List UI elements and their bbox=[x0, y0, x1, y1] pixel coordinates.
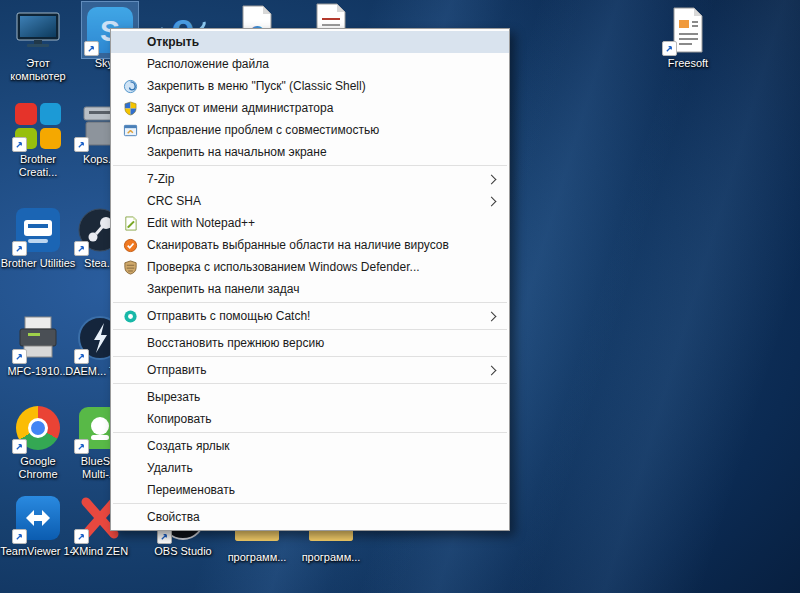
desktop-icon-this-pc[interactable]: Этот компьютер bbox=[0, 6, 76, 83]
shortcut-arrow-icon bbox=[12, 529, 27, 544]
desktop-icon-label: программ... bbox=[302, 551, 361, 564]
chrome-icon bbox=[14, 404, 62, 452]
desktop-icon-label: программ... bbox=[228, 551, 287, 564]
menu-item-send-to[interactable]: Отправить bbox=[111, 359, 509, 381]
desktop-icon-label: Freesoft bbox=[668, 57, 708, 70]
compatibility-icon bbox=[120, 122, 140, 138]
blank-icon bbox=[120, 56, 140, 72]
menu-item-pin-taskbar[interactable]: Закрепить на панели задач bbox=[111, 278, 509, 300]
menu-item-crc-sha[interactable]: CRC SHA bbox=[111, 190, 509, 212]
desktop: Этот компьютер S Skype e bbox=[0, 0, 800, 593]
menu-item-edit-notepadpp[interactable]: Edit with Notepad++ bbox=[111, 212, 509, 234]
menu-item-compatibility-troubleshoot[interactable]: Исправление проблем с совместимостью bbox=[111, 119, 509, 141]
menu-item-scan-viruses[interactable]: Сканировать выбранные области на наличие… bbox=[111, 234, 509, 256]
antivirus-icon bbox=[120, 237, 140, 253]
menu-item-file-location[interactable]: Расположение файла bbox=[111, 53, 509, 75]
menu-separator bbox=[113, 432, 507, 433]
submenu-arrow-icon bbox=[487, 196, 497, 206]
blank-icon bbox=[120, 438, 140, 454]
blank-icon bbox=[120, 460, 140, 476]
desktop-icon-label: Этот компьютер bbox=[0, 57, 76, 83]
shortcut-arrow-icon bbox=[12, 137, 27, 152]
shortcut-arrow-icon bbox=[12, 349, 27, 364]
shortcut-arrow-icon bbox=[12, 439, 27, 454]
submenu-arrow-icon bbox=[487, 174, 497, 184]
printer-icon bbox=[14, 314, 62, 362]
menu-item-copy[interactable]: Копировать bbox=[111, 408, 509, 430]
classic-shell-icon bbox=[120, 78, 140, 94]
context-menu: Открыть Расположение файла Закрепить в м… bbox=[110, 28, 510, 531]
menu-separator bbox=[113, 302, 507, 303]
menu-item-run-as-admin[interactable]: Запуск от имени администратора bbox=[111, 97, 509, 119]
desktop-icon-label: MFC-1910... bbox=[7, 365, 68, 378]
menu-item-create-shortcut[interactable]: Создать ярлык bbox=[111, 435, 509, 457]
blank-icon bbox=[120, 411, 140, 427]
menu-separator bbox=[113, 165, 507, 166]
submenu-arrow-icon bbox=[487, 311, 497, 321]
freesoft-icon bbox=[664, 6, 712, 54]
blank-icon bbox=[120, 144, 140, 160]
shortcut-arrow-icon bbox=[74, 137, 89, 152]
desktop-icon-freesoft[interactable]: Freesoft bbox=[650, 6, 726, 70]
blank-icon bbox=[120, 389, 140, 405]
catch-icon bbox=[120, 308, 140, 324]
teamviewer-icon bbox=[14, 494, 62, 542]
shortcut-arrow-icon bbox=[662, 41, 677, 56]
shortcut-arrow-icon bbox=[74, 349, 89, 364]
blank-icon bbox=[120, 509, 140, 525]
submenu-arrow-icon bbox=[487, 365, 497, 375]
menu-item-open[interactable]: Открыть bbox=[111, 31, 509, 53]
shortcut-arrow-icon bbox=[74, 241, 89, 256]
shortcut-arrow-icon bbox=[12, 241, 27, 256]
menu-item-pin-start-classic-shell[interactable]: Закрепить в меню "Пуск" (Classic Shell) bbox=[111, 75, 509, 97]
menu-separator bbox=[113, 329, 507, 330]
uac-shield-icon bbox=[120, 100, 140, 116]
desktop-icon-label: XMind ZEN bbox=[72, 545, 128, 558]
menu-separator bbox=[113, 503, 507, 504]
blank-icon bbox=[120, 281, 140, 297]
shortcut-arrow-icon bbox=[74, 529, 89, 544]
menu-item-send-catch[interactable]: Отправить с помощью Catch! bbox=[111, 305, 509, 327]
blank-icon bbox=[120, 193, 140, 209]
this-pc-icon bbox=[14, 6, 62, 54]
brother-creative-icon bbox=[14, 102, 62, 150]
shortcut-arrow-icon bbox=[84, 41, 99, 56]
menu-item-pin-start-screen[interactable]: Закрепить на начальном экране bbox=[111, 141, 509, 163]
menu-item-restore-previous[interactable]: Восстановить прежнюю версию bbox=[111, 332, 509, 354]
blank-icon bbox=[120, 482, 140, 498]
blank-icon bbox=[120, 362, 140, 378]
brother-utilities-icon bbox=[14, 206, 62, 254]
menu-item-rename[interactable]: Переименовать bbox=[111, 479, 509, 501]
menu-item-properties[interactable]: Свойства bbox=[111, 506, 509, 528]
blank-icon bbox=[120, 171, 140, 187]
blank-icon bbox=[120, 34, 140, 50]
menu-item-delete[interactable]: Удалить bbox=[111, 457, 509, 479]
notepadpp-icon bbox=[120, 215, 140, 231]
shortcut-arrow-icon bbox=[74, 439, 89, 454]
menu-separator bbox=[113, 356, 507, 357]
menu-separator bbox=[113, 383, 507, 384]
blank-icon bbox=[120, 335, 140, 351]
desktop-icon-label: OBS Studio bbox=[154, 545, 211, 558]
shortcut-arrow-icon bbox=[157, 529, 172, 544]
defender-shield-icon bbox=[120, 259, 140, 275]
menu-item-cut[interactable]: Вырезать bbox=[111, 386, 509, 408]
menu-item-windows-defender-scan[interactable]: Проверка с использованием Windows Defend… bbox=[111, 256, 509, 278]
menu-item-7zip[interactable]: 7-Zip bbox=[111, 168, 509, 190]
